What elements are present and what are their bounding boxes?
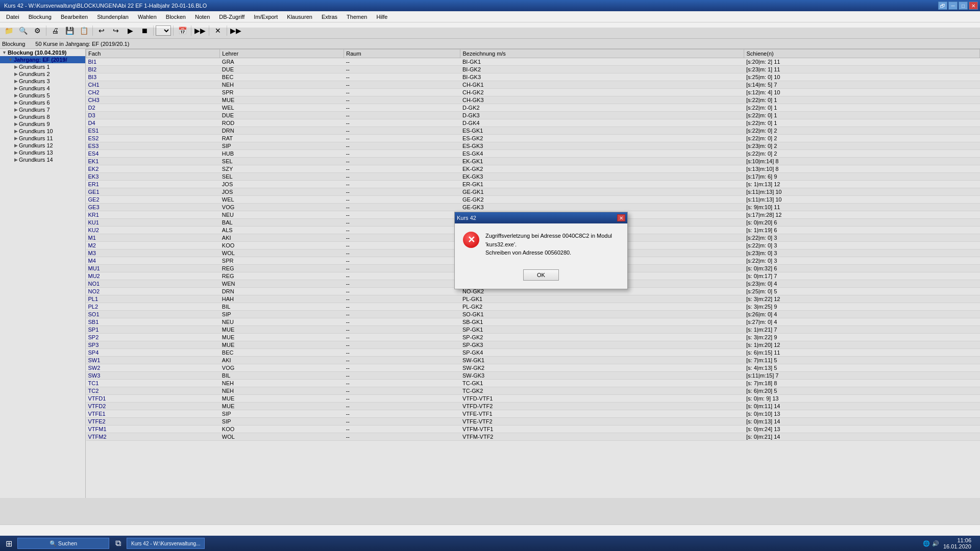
restore-button[interactable]: 🗗 [938,2,947,10]
minimize-button[interactable]: ─ [948,2,958,10]
dialog-titlebar: Kurs 42 ✕ [455,212,627,223]
menu-bar: Datei Blockung Bearbeiten Stundenplan Wa… [0,11,980,22]
dialog-close-button[interactable]: ✕ [617,214,625,221]
menu-blockung[interactable]: Blockung [24,13,56,21]
menu-bearbeiten[interactable]: Bearbeiten [57,13,92,21]
menu-db-zugriff[interactable]: DB-Zugriff [215,13,249,21]
tray-icons: 🌐 🔊 [923,540,939,547]
dialog-content: ✕ Zugriffsverletzung bei Adresse 0040C8C… [455,223,627,265]
menu-themen[interactable]: Themen [342,13,371,21]
menu-hilfe[interactable]: Hilfe [372,13,391,21]
taskbar-app-label: Kurs 42 - W:\Kursverwaltung... [131,541,200,546]
clock-time: 11:06 [943,537,971,543]
menu-extras[interactable]: Extras [317,13,341,21]
taskview-btn[interactable]: ⧉ [111,537,125,549]
title-text: Kurs 42 - W:\Kursverwaltung\BLOCKUNGEN\A… [2,3,207,9]
dialog-title: Kurs 42 [457,215,476,221]
error-dialog: Kurs 42 ✕ ✕ Zugriffsverletzung bei Adres… [454,212,628,289]
taskbar-left: ⊞ 🔍 Suchen ⧉ Kurs 42 - W:\Kursverwaltung… [2,537,205,549]
dialog-message: Zugriffsverletzung bei Adresse 0040C8C2 … [485,232,619,257]
tray-volume-icon: 🔊 [932,540,939,547]
menu-datei[interactable]: Datei [2,13,23,21]
title-bar: Kurs 42 - W:\Kursverwaltung\BLOCKUNGEN\A… [0,0,980,11]
menu-noten[interactable]: Noten [191,13,214,21]
maximize-button[interactable]: □ [959,2,968,10]
dialog-overlay: Kurs 42 ✕ ✕ Zugriffsverletzung bei Adres… [0,28,980,524]
dialog-message-line1: Zugriffsverletzung bei Adresse 0040C8C2 … [485,233,612,247]
menu-stundenplan[interactable]: Stundenplan [93,13,133,21]
tray-network-icon: 🌐 [923,540,930,547]
search-taskbar-btn[interactable]: 🔍 Suchen [17,538,109,549]
clock-date: 16.01.2020 [943,543,971,549]
error-icon: ✕ [463,232,479,248]
taskbar-app-kurs42[interactable]: Kurs 42 - W:\Kursverwaltung... [127,538,205,549]
dialog-message-line2: Schreiben von Adresse 00560280. [485,249,571,256]
taskbar-right: 🌐 🔊 11:06 16.01.2020 [923,537,978,549]
dialog-buttons: OK [455,265,627,289]
window-controls: 🗗 ─ □ ✕ [938,2,978,10]
menu-klausuren[interactable]: Klausuren [283,13,316,21]
menu-blocken[interactable]: Blocken [162,13,190,21]
taskbar: ⊞ 🔍 Suchen ⧉ Kurs 42 - W:\Kursverwaltung… [0,536,980,551]
dialog-ok-button[interactable]: OK [523,269,559,281]
close-button[interactable]: ✕ [969,2,978,10]
menu-im-export[interactable]: Im/Export [250,13,282,21]
menu-wahlen[interactable]: Wahlen [134,13,161,21]
start-button[interactable]: ⊞ [2,537,15,549]
status-bar [0,524,980,536]
system-clock: 11:06 16.01.2020 [943,537,971,549]
